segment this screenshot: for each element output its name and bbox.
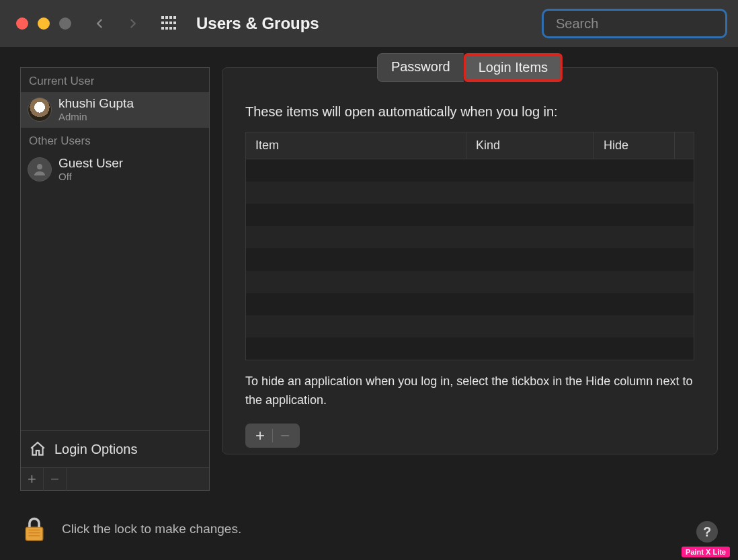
window-controls: [16, 17, 71, 30]
col-header-hide[interactable]: Hide: [594, 132, 675, 159]
login-items-intro: These items will open automatically when…: [245, 104, 694, 120]
user-role: Off: [58, 171, 123, 182]
search-input[interactable]: [556, 16, 726, 32]
tab-login-items[interactable]: Login Items: [464, 53, 563, 82]
nav-arrows: [94, 17, 138, 30]
col-header-kind[interactable]: Kind: [466, 132, 594, 159]
other-users-section-label: Other Users: [21, 128, 209, 152]
table-row: [246, 226, 694, 248]
sidebar-footer: + −: [21, 467, 209, 490]
login-items-hint: To hide an application when you log in, …: [245, 372, 694, 410]
add-user-button[interactable]: +: [21, 468, 44, 491]
table-row: [246, 248, 694, 270]
current-user-section-label: Current User: [21, 68, 209, 92]
login-options-label: Login Options: [54, 442, 137, 457]
lock-row: Click the lock to make changes.: [23, 516, 241, 543]
add-remove-pill: + −: [245, 424, 300, 448]
svg-point-2: [37, 164, 42, 169]
svg-rect-3: [26, 527, 43, 541]
house-icon: [29, 440, 46, 458]
user-name: khushi Gupta: [58, 96, 134, 111]
table-row: [246, 204, 694, 226]
remove-user-button: −: [44, 468, 67, 491]
show-all-icon[interactable]: [161, 16, 176, 31]
titlebar: Users & Groups: [0, 0, 738, 47]
lock-icon[interactable]: [23, 516, 46, 543]
login-items-table: Item Kind Hide: [245, 132, 694, 360]
login-items-panel: Password Login Items These items will op…: [222, 67, 718, 454]
search-field[interactable]: [542, 9, 727, 38]
login-items-body[interactable]: [246, 159, 694, 360]
table-row: [246, 337, 694, 360]
login-options-button[interactable]: Login Options: [21, 430, 209, 467]
users-sidebar: Current User khushi Gupta Admin Other Us…: [20, 67, 210, 491]
add-item-button[interactable]: +: [252, 426, 268, 445]
user-row-guest[interactable]: Guest User Off: [21, 152, 209, 188]
table-row: [246, 315, 694, 337]
col-header-spacer: [675, 132, 694, 159]
lock-text: Click the lock to make changes.: [62, 522, 241, 536]
avatar: [28, 97, 52, 122]
table-row: [246, 293, 694, 315]
tabs: Password Login Items: [377, 53, 563, 82]
user-row-current[interactable]: khushi Gupta Admin: [21, 92, 209, 128]
minimize-window-button[interactable]: [38, 17, 50, 30]
watermark: Paint X Lite: [682, 547, 730, 557]
back-button[interactable]: [94, 17, 106, 30]
table-row: [246, 182, 694, 204]
avatar-generic-icon: [28, 157, 52, 182]
tab-password[interactable]: Password: [377, 53, 464, 82]
help-button[interactable]: ?: [696, 521, 718, 543]
forward-button: [126, 17, 138, 30]
table-row: [246, 271, 694, 293]
remove-item-button: −: [277, 426, 293, 445]
col-header-item[interactable]: Item: [246, 132, 466, 159]
window-title: Users & Groups: [196, 14, 319, 33]
user-name: Guest User: [58, 156, 123, 171]
user-role: Admin: [58, 111, 134, 122]
close-window-button[interactable]: [16, 17, 28, 30]
table-row: [246, 159, 694, 182]
zoom-window-button[interactable]: [59, 17, 71, 30]
